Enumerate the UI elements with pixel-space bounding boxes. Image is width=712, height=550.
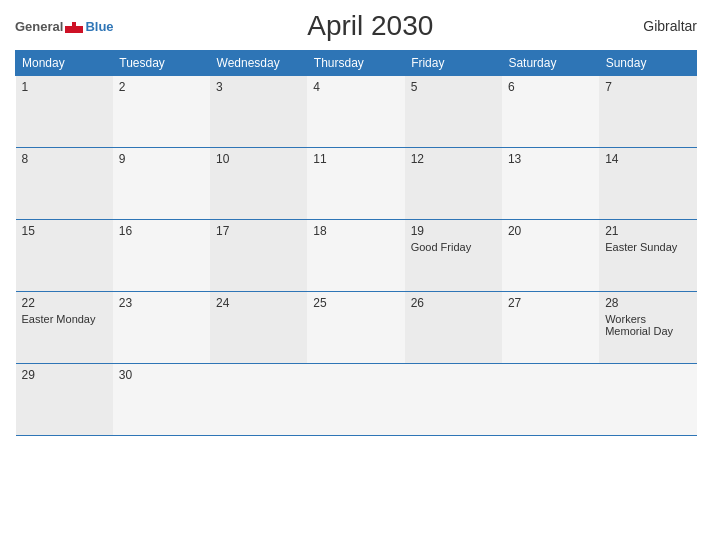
day-cell: 11: [307, 148, 404, 220]
day-number: 16: [119, 224, 204, 238]
day-cell: 15: [16, 220, 113, 292]
day-cell: [210, 364, 307, 436]
header-sunday: Sunday: [599, 51, 696, 76]
week-row-3: 22Easter Monday232425262728Workers Memor…: [16, 292, 697, 364]
day-number: 2: [119, 80, 204, 94]
day-number: 30: [119, 368, 204, 382]
day-cell: 5: [405, 76, 502, 148]
day-cell: 29: [16, 364, 113, 436]
day-cell: 26: [405, 292, 502, 364]
day-cell: 28Workers Memorial Day: [599, 292, 696, 364]
day-cell: 25: [307, 292, 404, 364]
region-label: Gibraltar: [627, 18, 697, 34]
day-cell: 2: [113, 76, 210, 148]
week-row-2: 1516171819Good Friday2021Easter Sunday: [16, 220, 697, 292]
day-number: 28: [605, 296, 690, 310]
weekday-header-row: Monday Tuesday Wednesday Thursday Friday…: [16, 51, 697, 76]
day-cell: 22Easter Monday: [16, 292, 113, 364]
day-cell: [502, 364, 599, 436]
day-cell: 12: [405, 148, 502, 220]
day-cell: [307, 364, 404, 436]
day-number: 11: [313, 152, 398, 166]
logo-general-text: General: [15, 19, 63, 34]
week-row-1: 891011121314: [16, 148, 697, 220]
day-cell: 3: [210, 76, 307, 148]
day-cell: 23: [113, 292, 210, 364]
day-number: 10: [216, 152, 301, 166]
day-number: 12: [411, 152, 496, 166]
day-number: 29: [22, 368, 107, 382]
day-cell: 21Easter Sunday: [599, 220, 696, 292]
header-thursday: Thursday: [307, 51, 404, 76]
day-cell: 8: [16, 148, 113, 220]
day-cell: 17: [210, 220, 307, 292]
day-cell: [405, 364, 502, 436]
day-cell: 13: [502, 148, 599, 220]
header: General Blue April 2030 Gibraltar: [15, 10, 697, 42]
day-cell: 20: [502, 220, 599, 292]
day-number: 23: [119, 296, 204, 310]
holiday-label: Easter Monday: [22, 313, 107, 325]
day-cell: 27: [502, 292, 599, 364]
header-tuesday: Tuesday: [113, 51, 210, 76]
day-cell: 4: [307, 76, 404, 148]
day-cell: 19Good Friday: [405, 220, 502, 292]
day-cell: [599, 364, 696, 436]
day-cell: 10: [210, 148, 307, 220]
holiday-label: Easter Sunday: [605, 241, 690, 253]
header-monday: Monday: [16, 51, 113, 76]
svg-rect-2: [72, 22, 76, 30]
page: General Blue April 2030 Gibraltar Monday…: [0, 0, 712, 550]
day-number: 1: [22, 80, 107, 94]
logo-blue-text: Blue: [85, 19, 113, 34]
calendar-table: Monday Tuesday Wednesday Thursday Friday…: [15, 50, 697, 436]
day-number: 4: [313, 80, 398, 94]
holiday-label: Workers Memorial Day: [605, 313, 690, 337]
day-number: 18: [313, 224, 398, 238]
day-number: 26: [411, 296, 496, 310]
day-cell: 30: [113, 364, 210, 436]
day-number: 3: [216, 80, 301, 94]
logo: General Blue: [15, 19, 114, 34]
holiday-label: Good Friday: [411, 241, 496, 253]
header-saturday: Saturday: [502, 51, 599, 76]
day-number: 20: [508, 224, 593, 238]
day-number: 6: [508, 80, 593, 94]
day-number: 17: [216, 224, 301, 238]
day-cell: 18: [307, 220, 404, 292]
week-row-0: 1234567: [16, 76, 697, 148]
day-number: 24: [216, 296, 301, 310]
day-cell: 1: [16, 76, 113, 148]
day-number: 22: [22, 296, 107, 310]
day-number: 9: [119, 152, 204, 166]
day-cell: 9: [113, 148, 210, 220]
day-number: 8: [22, 152, 107, 166]
calendar-title: April 2030: [114, 10, 627, 42]
day-cell: 14: [599, 148, 696, 220]
week-row-4: 2930: [16, 364, 697, 436]
day-number: 21: [605, 224, 690, 238]
day-number: 14: [605, 152, 690, 166]
day-number: 19: [411, 224, 496, 238]
day-number: 15: [22, 224, 107, 238]
day-cell: 16: [113, 220, 210, 292]
day-number: 27: [508, 296, 593, 310]
day-number: 13: [508, 152, 593, 166]
day-cell: 7: [599, 76, 696, 148]
logo-flag-icon: [65, 19, 83, 33]
header-wednesday: Wednesday: [210, 51, 307, 76]
day-number: 25: [313, 296, 398, 310]
day-number: 7: [605, 80, 690, 94]
day-cell: 24: [210, 292, 307, 364]
day-number: 5: [411, 80, 496, 94]
header-friday: Friday: [405, 51, 502, 76]
day-cell: 6: [502, 76, 599, 148]
